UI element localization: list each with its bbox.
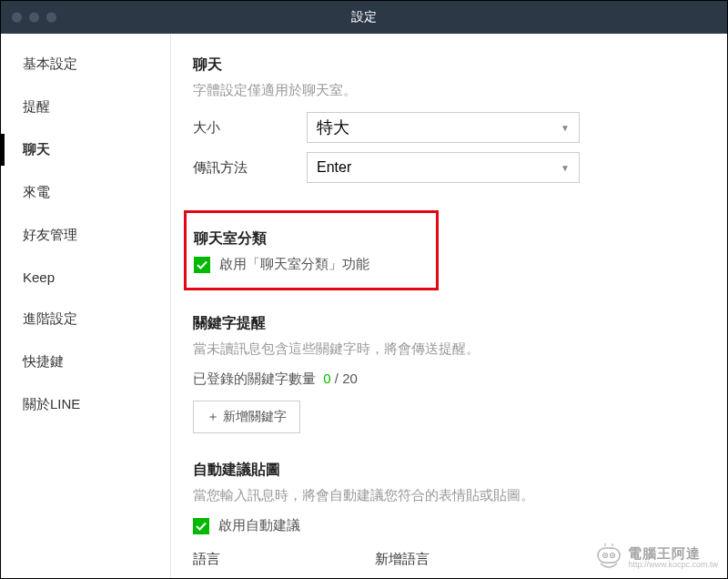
font-size-label: 大小 — [193, 119, 307, 137]
sticker-desc: 當您輸入訊息時，將會自動建議您符合的表情貼或貼圖。 — [193, 487, 700, 504]
add-keyword-button[interactable]: ＋ 新增關鍵字 — [193, 401, 300, 433]
maximize-window-button[interactable] — [46, 13, 56, 23]
sidebar-item-about[interactable]: 關於LINE — [1, 383, 170, 426]
chevron-down-icon: ▼ — [561, 123, 570, 133]
settings-main: 聊天 字體設定僅適用於聊天室。 大小 特大 ▼ 傳訊方法 Enter ▼ 聊天室… — [171, 34, 727, 578]
sidebar-item-keep[interactable]: Keep — [1, 257, 170, 298]
send-method-label: 傳訊方法 — [193, 159, 307, 177]
sidebar-item-friends[interactable]: 好友管理 — [1, 214, 170, 257]
svg-rect-0 — [598, 548, 620, 563]
category-title: 聊天室分類 — [194, 229, 418, 249]
keyword-desc: 當未讀訊息包含這些關鍵字時，將會傳送提醒。 — [193, 340, 700, 358]
font-size-select[interactable]: 特大 ▼ — [307, 112, 580, 143]
plus-icon: ＋ — [207, 409, 219, 425]
watermark-title: 電腦王阿達 — [628, 546, 718, 562]
chevron-down-icon: ▼ — [561, 163, 570, 173]
mascot-icon — [595, 543, 622, 573]
font-size-value: 特大 — [317, 117, 349, 138]
send-method-select[interactable]: Enter ▼ — [307, 152, 580, 183]
keyword-title: 關鍵字提醒 — [193, 314, 700, 333]
settings-sidebar: 基本設定 提醒 聊天 來電 好友管理 Keep 進階設定 快捷鍵 關於LINE — [1, 34, 171, 578]
watermark-url: http://www.kocpc.com.tw — [628, 561, 718, 570]
traffic-lights — [12, 13, 56, 23]
window-title: 設定 — [351, 9, 377, 25]
close-window-button[interactable] — [12, 13, 22, 23]
sidebar-item-basic[interactable]: 基本設定 — [1, 43, 170, 86]
sidebar-item-chat[interactable]: 聊天 — [1, 128, 170, 171]
check-icon — [196, 521, 207, 532]
language-label: 語言 — [193, 551, 220, 568]
enable-sticker-label: 啟用自動建議 — [218, 517, 300, 534]
enable-category-checkbox[interactable] — [194, 257, 210, 273]
keyword-count: 已登錄的關鍵字數量 0 / 20 — [193, 371, 700, 388]
chat-section-title: 聊天 — [193, 56, 700, 75]
add-language-label: 新增語言 — [375, 551, 430, 568]
window-titlebar: 設定 — [1, 1, 727, 34]
check-icon — [197, 259, 207, 270]
enable-sticker-checkbox[interactable] — [193, 518, 209, 534]
sidebar-item-shortcuts[interactable]: 快捷鍵 — [1, 340, 170, 383]
sidebar-item-advanced[interactable]: 進階設定 — [1, 298, 170, 340]
watermark: 電腦王阿達 http://www.kocpc.com.tw — [595, 543, 718, 573]
enable-category-label: 啟用「聊天室分類」功能 — [219, 256, 369, 273]
sidebar-item-calls[interactable]: 來電 — [1, 171, 170, 214]
sidebar-item-notifications[interactable]: 提醒 — [1, 86, 170, 128]
sticker-title: 自動建議貼圖 — [193, 461, 700, 480]
send-method-value: Enter — [317, 159, 351, 176]
minimize-window-button[interactable] — [29, 13, 39, 23]
svg-point-4 — [612, 554, 613, 556]
chat-section-desc: 字體設定僅適用於聊天室。 — [193, 82, 700, 99]
svg-point-3 — [604, 554, 606, 556]
chat-category-section: 聊天室分類 啟用「聊天室分類」功能 — [184, 210, 439, 290]
chat-font-section: 聊天 字體設定僅適用於聊天室。 大小 特大 ▼ 傳訊方法 Enter ▼ — [193, 56, 700, 183]
keyword-section: 關鍵字提醒 當未讀訊息包含這些關鍵字時，將會傳送提醒。 已登錄的關鍵字數量 0 … — [193, 314, 700, 433]
